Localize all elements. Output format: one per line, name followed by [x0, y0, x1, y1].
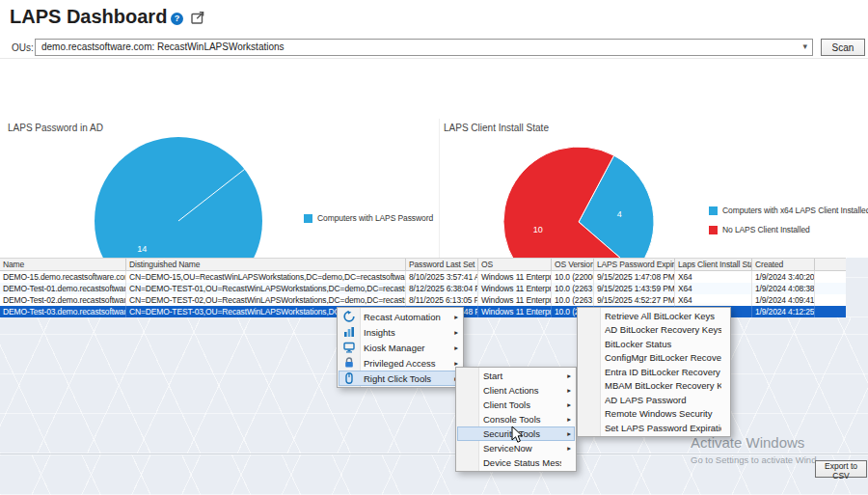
table-cell: 1/9/2024 4:08:38 PM — [752, 283, 815, 294]
menu-item-label: Client Tools — [483, 399, 561, 410]
laps-password-chart-title: LAPS Password in AD — [8, 123, 103, 133]
right-click-tools-icon — [342, 372, 356, 384]
table-row[interactable]: DEMO-Test-02.demo.recastsoftware.comCN=D… — [0, 294, 846, 306]
column-header-os[interactable]: OS — [478, 259, 552, 270]
tools-submenu: Start▸Client Actions▸Client Tools▸Consol… — [455, 367, 577, 472]
menu-item-console-tools[interactable]: Console Tools▸ — [457, 412, 575, 426]
scan-button[interactable]: Scan — [821, 39, 865, 56]
menu-item-configmgr-bitlocker-recovery-keys[interactable]: ConfigMgr BitLocker Recovery Keys — [579, 351, 729, 366]
menu-item-label: BitLocker Status — [605, 339, 721, 349]
table-cell: 9/15/2025 4:52:27 PM — [594, 294, 675, 306]
menu-item-insights[interactable]: Insights▸ — [339, 324, 462, 340]
watermark-line1: Activate Windows — [691, 434, 816, 451]
column-header-created[interactable]: Created — [752, 259, 815, 270]
laps-dashboard-window: LAPS Dashboard ? OUs: demo.recastsoftwar… — [0, 0, 868, 495]
activate-windows-watermark: Activate Windows Go to Settings to activ… — [691, 434, 816, 465]
table-cell: 1/9/2024 4:12:25 PM — [752, 306, 815, 317]
submenu-arrow-icon: ▸ — [567, 386, 571, 395]
menu-item-ad-bitlocker-recovery-keys[interactable]: AD BitLocker Recovery Keys — [579, 323, 729, 338]
client-install-legend: Computers with x64 LAPS Client Installed… — [709, 206, 868, 244]
menu-item-privileged-access[interactable]: Privileged Access▸ — [339, 355, 462, 371]
table-cell: Windows 11 Enterprise — [478, 294, 552, 306]
menu-item-label: Device Status Messages — [483, 457, 561, 468]
ou-select[interactable]: demo.recastsoftware.com: RecastWinLAPSWo… — [35, 39, 813, 56]
table-cell — [815, 294, 846, 306]
table-row[interactable]: DEMO-Test-01.demo.recastsoftware.comCN=D… — [0, 283, 846, 294]
table-cell: Windows 11 Enterprise — [478, 271, 552, 283]
menu-item-recast-automation[interactable]: Recast Automation▸ — [339, 309, 462, 324]
submenu-arrow-icon: ▸ — [567, 429, 571, 438]
table-cell: 8/12/2025 6:38:04 PM — [406, 283, 478, 294]
menu-item-label: Client Actions — [483, 385, 561, 396]
column-header-password-last-set[interactable]: Password Last Set — [406, 259, 478, 270]
column-header-os-version[interactable]: OS Version — [552, 259, 594, 270]
table-cell: 1/9/2024 3:40:20 PM — [752, 271, 815, 283]
column-header-name[interactable]: Name — [0, 259, 126, 270]
menu-item-set-laps-password-expiration[interactable]: Set LAPS Password Expiration — [579, 421, 729, 435]
pop-out-icon[interactable] — [190, 10, 205, 25]
menu-item-device-status-messages[interactable]: Device Status Messages — [457, 455, 575, 470]
ou-select-value: demo.recastsoftware.com: RecastWinLAPSWo… — [41, 41, 285, 52]
menu-item-ad-laps-password[interactable]: AD LAPS Password — [579, 393, 729, 407]
submenu-arrow-icon: ▸ — [454, 344, 458, 352]
client-install-chart-title: LAPS Client Install State — [444, 123, 549, 133]
table-cell: Windows 11 Enterprise — [478, 283, 552, 294]
recast-automation-icon — [342, 311, 356, 322]
menu-item-start[interactable]: Start▸ — [457, 369, 575, 383]
submenu-arrow-icon: ▸ — [567, 444, 571, 453]
table-cell: X64 — [675, 283, 752, 294]
menu-item-client-actions[interactable]: Client Actions▸ — [457, 383, 575, 398]
menu-item-label: Right Click Tools — [364, 373, 448, 384]
table-cell: X64 — [675, 294, 752, 306]
column-header-blank[interactable] — [815, 259, 846, 270]
help-icon[interactable]: ? — [171, 13, 183, 25]
table-cell: 9/15/2025 1:47:08 PM — [594, 271, 675, 283]
menu-item-mbam-bitlocker-recovery-keys[interactable]: MBAM BitLocker Recovery Keys — [579, 379, 729, 394]
menu-item-label: Retrieve All BitLocker Keys — [605, 311, 721, 321]
table-cell: 8/10/2025 3:57:41 AM — [406, 271, 478, 283]
table-cell: CN=DEMO-TEST-01,OU=RecastWinLAPSWorkstat… — [126, 283, 406, 294]
column-header-laps-password-expiration[interactable]: LAPS Password Expiration — [594, 259, 675, 270]
menu-item-bitlocker-status[interactable]: BitLocker Status — [579, 337, 729, 351]
menu-item-retrieve-all-bitlocker-keys[interactable]: Retrieve All BitLocker Keys — [579, 309, 729, 323]
table-cell: 8/11/2025 6:13:05 PM — [406, 294, 478, 306]
chevron-down-icon: ▾ — [802, 41, 807, 51]
export-csv-button[interactable]: Export to CSV — [815, 460, 867, 478]
table-cell — [815, 271, 846, 283]
menu-item-label: Console Tools — [483, 414, 561, 425]
privileged-access-icon — [342, 357, 356, 369]
legend-label: No LAPS Client Installed — [722, 225, 810, 234]
menu-item-remote-windows-security[interactable]: Remote Windows Security — [579, 407, 729, 422]
table-cell — [815, 306, 846, 317]
submenu-arrow-icon: ▸ — [567, 371, 571, 380]
submenu-arrow-icon: ▸ — [454, 313, 458, 321]
table-cell: DEMO-15.demo.recastsoftware.com — [0, 271, 126, 283]
menu-item-client-tools[interactable]: Client Tools▸ — [457, 398, 575, 412]
menu-item-label: Entra ID BitLocker Recovery Keys — [605, 367, 721, 377]
column-header-distinguished-name[interactable]: Distinguished Name — [126, 259, 406, 270]
legend-label: Computers with LAPS Password — [317, 213, 433, 223]
ous-label: OUs: — [12, 42, 34, 53]
svg-text:10: 10 — [533, 225, 543, 234]
watermark-line2: Go to Settings to activate Wind — [691, 454, 816, 465]
mouse-cursor — [511, 426, 524, 448]
menu-item-label: AD LAPS Password — [605, 395, 721, 405]
svg-text:14: 14 — [137, 244, 147, 254]
charts-panel: LAPS Password in AD LAPS Client Install … — [0, 58, 868, 259]
legend-item-computers-with-x64-laps-client-installed: Computers with x64 LAPS Client Installed — [709, 206, 868, 215]
svg-text:4: 4 — [617, 209, 622, 219]
table-cell: 1/9/2024 4:09:41 PM — [752, 294, 815, 306]
table-cell: CN=DEMO-15,OU=RecastWinLAPSWorkstations,… — [126, 271, 406, 283]
laps-password-legend: Computers with LAPS Password — [304, 213, 433, 233]
table-cell: Windows 11 Enterprise — [478, 306, 552, 317]
column-header-laps-client-install-state[interactable]: Laps Client Install State — [675, 259, 752, 270]
page-title: LAPS Dashboard — [10, 6, 167, 28]
menu-item-entra-id-bitlocker-recovery-keys[interactable]: Entra ID BitLocker Recovery Keys — [579, 365, 729, 379]
table-row[interactable]: DEMO-15.demo.recastsoftware.comCN=DEMO-1… — [0, 271, 846, 283]
security-submenu: Retrieve All BitLocker KeysAD BitLocker … — [577, 307, 731, 437]
menu-item-label: ConfigMgr BitLocker Recovery Keys — [605, 352, 721, 363]
menu-item-kiosk-manager[interactable]: Kiosk Manager▸ — [339, 340, 462, 355]
menu-item-label: Kiosk Manager — [364, 343, 448, 353]
menu-item-right-click-tools[interactable]: Right Click Tools▸ — [339, 371, 462, 386]
submenu-arrow-icon: ▸ — [567, 400, 571, 409]
